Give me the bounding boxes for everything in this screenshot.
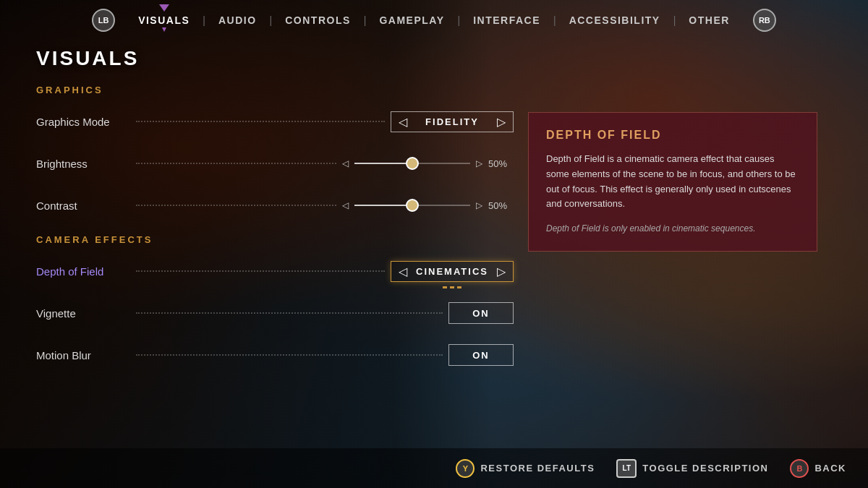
section-label-camera: CAMERA EFFECTS	[36, 234, 514, 245]
toggle-motion-blur[interactable]: ON	[448, 344, 514, 366]
description-title: DEPTH OF FIELD	[546, 129, 799, 142]
indicator-dot-2	[450, 286, 454, 288]
slider-fill-brightness	[354, 163, 412, 164]
main-area: VISUALS GRAPHICS Graphics Mode ◁ FIDELIT…	[0, 40, 868, 448]
selector-right-arrow[interactable]: ▷	[490, 115, 513, 129]
toggle-value-vignette: ON	[472, 308, 490, 319]
selector-indicators	[443, 286, 461, 288]
nav-item-visuals[interactable]: VISUALS	[127, 12, 201, 29]
selector-dof[interactable]: ◁ CINEMATICS ▷	[391, 261, 514, 282]
dots-brightness	[136, 163, 336, 164]
setting-row-graphics-mode: Graphics Mode ◁ FIDELITY ▷	[36, 108, 514, 134]
bottom-bar: Y RESTORE DEFAULTS LT TOGGLE DESCRIPTION…	[0, 448, 868, 488]
indicator-dot-3	[457, 286, 461, 288]
restore-defaults-label: RESTORE DEFAULTS	[480, 463, 595, 474]
slider-track-brightness	[354, 163, 470, 164]
indicator-dot-1	[443, 286, 447, 288]
slider-contrast-left-icon: ◁	[342, 200, 349, 210]
nav-item-controls[interactable]: CONTROLS	[273, 12, 362, 29]
back-label: BACK	[814, 463, 846, 474]
nav-sep-3: |	[362, 14, 368, 26]
description-body: Depth of Field is a cinematic camera eff…	[546, 152, 799, 212]
dots-graphics-mode	[136, 121, 385, 122]
setting-label-dof: Depth of Field	[36, 265, 130, 278]
nav-item-interface[interactable]: INTERFACE	[461, 12, 552, 29]
setting-row-contrast: Contrast ◁ ▷ 50%	[36, 192, 514, 218]
dots-vignette	[136, 312, 443, 314]
slider-contrast[interactable]: ◁ ▷ 50%	[342, 200, 514, 211]
description-box: DEPTH OF FIELD Depth of Field is a cinem…	[528, 112, 817, 252]
toggle-description-label: TOGGLE DESCRIPTION	[642, 463, 768, 474]
right-panel: DEPTH OF FIELD Depth of Field is a cinem…	[528, 47, 832, 448]
dots-motion-blur	[136, 354, 443, 356]
setting-label-vignette: Vignette	[36, 307, 130, 320]
slider-brightness[interactable]: ◁ ▷ 50%	[342, 158, 514, 169]
nav-sep-1: |	[201, 14, 207, 26]
lt-button: LT	[616, 459, 637, 478]
b-button: B	[790, 459, 809, 478]
nav-items: VISUALS | AUDIO | CONTROLS | GAMEPLAY | …	[127, 12, 741, 29]
setting-row-motion-blur: Motion Blur ON	[36, 342, 514, 368]
toggle-vignette[interactable]: ON	[448, 302, 514, 324]
dots-dof	[136, 270, 385, 272]
nav-sep-2: |	[268, 14, 274, 26]
description-note: Depth of Field is only enabled in cinema…	[546, 222, 799, 235]
toggle-value-motion-blur: ON	[472, 350, 490, 361]
slider-value-contrast: 50%	[488, 200, 514, 211]
page-title: VISUALS	[36, 47, 514, 70]
nav-sep-6: |	[672, 14, 678, 26]
top-nav: LB VISUALS | AUDIO | CONTROLS | GAMEPLAY…	[0, 0, 868, 40]
setting-label-motion-blur: Motion Blur	[36, 349, 130, 361]
y-button: Y	[456, 459, 475, 478]
nav-item-audio[interactable]: AUDIO	[207, 12, 268, 29]
slider-thumb-contrast[interactable]	[406, 199, 419, 212]
slider-right-icon: ▷	[476, 158, 482, 168]
dots-contrast	[136, 205, 336, 206]
nav-sep-4: |	[456, 14, 462, 26]
setting-row-vignette: Vignette ON	[36, 300, 514, 326]
setting-row-brightness: Brightness ◁ ▷ 50%	[36, 150, 514, 176]
selector-value-dof: CINEMATICS	[414, 266, 490, 277]
setting-label-brightness: Brightness	[36, 158, 130, 170]
nav-item-other[interactable]: OTHER	[677, 12, 741, 29]
setting-label-graphics-mode: Graphics Mode	[36, 116, 130, 128]
back-action[interactable]: B BACK	[790, 459, 846, 478]
selector-graphics-mode[interactable]: ◁ FIDELITY ▷	[391, 111, 514, 132]
selector-left-arrow[interactable]: ◁	[391, 115, 414, 129]
slider-left-icon: ◁	[342, 158, 349, 168]
main-content: LB VISUALS | AUDIO | CONTROLS | GAMEPLAY…	[0, 0, 868, 488]
slider-value-brightness: 50%	[488, 158, 514, 169]
lb-button[interactable]: LB	[92, 9, 115, 32]
selector-dof-right-arrow[interactable]: ▷	[490, 265, 513, 278]
rb-button[interactable]: RB	[753, 9, 776, 32]
slider-contrast-right-icon: ▷	[476, 200, 482, 210]
slider-fill-contrast	[354, 205, 412, 206]
selector-dof-left-arrow[interactable]: ◁	[391, 265, 414, 278]
setting-label-contrast: Contrast	[36, 200, 130, 212]
left-panel: VISUALS GRAPHICS Graphics Mode ◁ FIDELIT…	[36, 47, 514, 448]
setting-row-dof: Depth of Field ◁ CINEMATICS ▷	[36, 258, 514, 284]
restore-defaults-action[interactable]: Y RESTORE DEFAULTS	[456, 459, 595, 478]
nav-sep-5: |	[552, 14, 558, 26]
nav-item-accessibility[interactable]: ACCESSIBILITY	[558, 12, 672, 29]
section-label-graphics: GRAPHICS	[36, 85, 514, 95]
slider-track-contrast	[354, 205, 470, 206]
slider-thumb-brightness[interactable]	[406, 157, 419, 170]
selector-value-graphics-mode: FIDELITY	[414, 116, 490, 127]
toggle-description-action[interactable]: LT TOGGLE DESCRIPTION	[616, 459, 768, 478]
nav-item-gameplay[interactable]: GAMEPLAY	[367, 12, 456, 29]
